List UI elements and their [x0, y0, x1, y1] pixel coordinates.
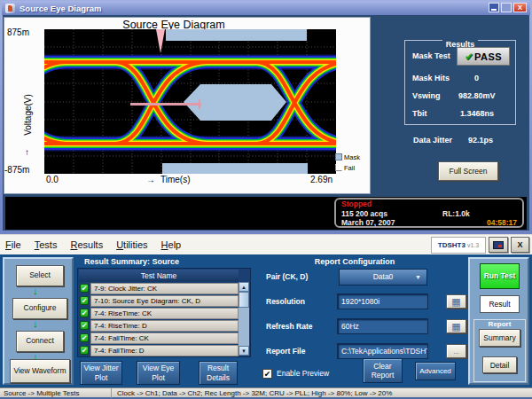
- result-summary-title: Result Summary: Source: [84, 257, 179, 266]
- mask-test-label: Mask Test: [412, 51, 450, 60]
- tbit-value: 1.3468ns: [460, 109, 494, 118]
- table-row[interactable]: ✔ 7-4: RiseTime: CK: [79, 307, 239, 319]
- run-panel: Run Test Result Report Summary Detail: [468, 257, 529, 385]
- y-axis-max-label: 875m: [7, 27, 29, 37]
- table-scrollbar[interactable]: ▲ ▼: [239, 282, 249, 356]
- mask-hits-label: Mask Hits: [412, 74, 450, 82]
- y-axis-arrow-icon: ↑: [25, 147, 29, 157]
- pair-dropdown[interactable]: Data0 ▼: [339, 269, 427, 286]
- menu-file[interactable]: File: [5, 239, 21, 250]
- record-length: RL:1.0k: [442, 209, 470, 218]
- scroll-up-icon[interactable]: ▲: [239, 282, 249, 292]
- flow-arrow-icon: ↓: [33, 285, 38, 295]
- scope-display-strip: Stopped 115 200 acqs RL:1.0k March 07, 2…: [5, 197, 527, 230]
- view-waveform-button[interactable]: View Waveform: [10, 359, 70, 383]
- report-config-title: Report Configuration: [266, 257, 443, 266]
- refresh-keypad-button[interactable]: ▦: [446, 319, 466, 333]
- app-name: TDSHT3: [438, 241, 466, 249]
- clear-report-button[interactable]: Clear Report: [363, 358, 403, 383]
- report-file-field[interactable]: C:\TekApplications\TDSHT: [337, 343, 428, 359]
- result-details-button[interactable]: Result Details: [199, 361, 238, 385]
- table-row[interactable]: ✔ 7-4: FallTime: D: [79, 344, 239, 356]
- full-screen-button[interactable]: Full Screen: [438, 161, 498, 181]
- eye-diagram-window: Source Eye Diagram X Source Eye Diagram …: [0, 0, 532, 234]
- resolution-keypad-button[interactable]: ▦: [446, 294, 466, 309]
- view-eye-plot-button[interactable]: View Eye Plot: [137, 361, 180, 385]
- app-close-button[interactable]: X: [511, 237, 529, 253]
- configure-button[interactable]: Configure: [12, 298, 67, 319]
- vswing-value: 982.80mV: [458, 91, 496, 100]
- vswing-label: Vswing: [412, 91, 441, 100]
- x-axis-arrow-icon: →: [146, 175, 155, 184]
- pass-badge: ✔ PASS: [457, 47, 510, 66]
- scroll-down-icon[interactable]: ▼: [239, 346, 249, 356]
- pass-check-icon: ✔: [80, 284, 89, 293]
- test-name: 7-9: Clock Jitter: CK: [90, 283, 239, 294]
- pass-check-icon: ✔: [465, 51, 473, 63]
- menu-utilities[interactable]: Utilities: [116, 239, 147, 250]
- results-groupbox: Results Mask Test ✔ PASS Mask Hits 0 Vsw…: [404, 40, 516, 125]
- pass-check-icon: ✔: [80, 346, 89, 355]
- test-name: 7-4: RiseTime: D: [90, 320, 239, 332]
- fail-legend-label: Fail: [344, 164, 355, 172]
- eye-window-title: Source Eye Diagram: [20, 4, 101, 13]
- pass-check-icon: ✔: [80, 333, 89, 342]
- flow-arrow-icon: ↓: [33, 317, 38, 328]
- mask-legend-label: Mask: [344, 153, 360, 161]
- menu-tests[interactable]: Tests: [35, 239, 58, 250]
- minimize-icon[interactable]: [489, 3, 499, 12]
- report-group-title: Report: [485, 320, 515, 328]
- switch-to-scope-button[interactable]: [489, 237, 508, 253]
- y-axis-min-label: -875m: [4, 165, 42, 175]
- x-axis-label: Time(s): [160, 175, 191, 184]
- tbit-label: Tbit: [412, 109, 427, 118]
- report-group: Report Summary Detail: [473, 319, 526, 382]
- eye-window-titlebar[interactable]: Source Eye Diagram X: [2, 1, 530, 15]
- refresh-rate-field[interactable]: 60Hz: [337, 318, 428, 334]
- menu-results[interactable]: Results: [70, 239, 103, 250]
- table-row[interactable]: ✔ 7-10: Source Eye Diagram: CK, D: [79, 294, 239, 307]
- x-axis-min-label: 0.0: [46, 175, 59, 184]
- browse-button[interactable]: ...: [446, 344, 466, 358]
- status-source: Source -> Multiple Tests: [0, 389, 111, 397]
- select-button[interactable]: Select: [16, 265, 64, 286]
- x-axis-max-label: 2.69n: [310, 175, 332, 184]
- table-row[interactable]: ✔ 7-4: FallTime: CK: [79, 332, 239, 344]
- eye-window-content: Source Eye Diagram 875m Voltage(V) ↑ -87…: [3, 15, 529, 231]
- fail-legend-swatch: [335, 164, 342, 171]
- pass-check-icon: ✔: [80, 296, 89, 305]
- test-name: 7-4: FallTime: CK: [90, 332, 239, 344]
- connect-button[interactable]: Connect: [16, 331, 64, 352]
- resolution-field[interactable]: 1920*1080i: [337, 293, 428, 309]
- result-button[interactable]: Result: [480, 295, 520, 313]
- status-config: Clock -> Ch1; Data -> Ch2; Rec Length ->…: [117, 389, 392, 397]
- plot-legend: Mask Fail: [335, 152, 371, 173]
- eye-plot-panel: Source Eye Diagram 875m Voltage(V) ↑ -87…: [4, 17, 371, 194]
- table-row[interactable]: ✔ 7-9: Clock Jitter: CK: [79, 282, 239, 294]
- advanced-button[interactable]: Advanced: [415, 362, 456, 380]
- view-jitter-plot-button[interactable]: View Jitter Plot: [80, 361, 122, 385]
- enable-preview-checkbox[interactable]: ✔: [262, 369, 272, 379]
- test-table-header: Test Name: [79, 270, 239, 282]
- mask-legend-swatch: [335, 153, 342, 160]
- status-bar: Source -> Multiple Tests Clock -> Ch1; D…: [0, 387, 532, 399]
- control-panel: Select ↓ Configure ↓ Connect ↓ View Wave…: [0, 254, 532, 387]
- run-test-button[interactable]: Run Test: [480, 263, 520, 289]
- maximize-icon[interactable]: [501, 3, 512, 12]
- app-title-badge: TDSHT3 v1.3: [431, 237, 486, 254]
- scope-date: March 07, 2007: [341, 218, 395, 227]
- detail-button[interactable]: Detail: [482, 356, 517, 373]
- app-version: v1.3: [467, 242, 479, 248]
- close-icon[interactable]: X: [513, 3, 527, 12]
- scrollbar-thumb[interactable]: [239, 292, 249, 308]
- menu-help[interactable]: Help: [161, 239, 182, 250]
- table-row[interactable]: ✔ 7-4: RiseTime: D: [79, 319, 239, 332]
- y-axis-label: Voltage(V): [23, 75, 33, 155]
- status-separator: [111, 388, 112, 398]
- pass-check-icon: ✔: [80, 309, 89, 317]
- data-jitter-label: Data Jitter: [413, 136, 452, 145]
- summary-button[interactable]: Summary: [479, 329, 520, 347]
- test-name: 7-4: FallTime: D: [90, 345, 239, 356]
- enable-preview-label: Enable Preview: [277, 369, 329, 378]
- pair-value: Data0: [373, 272, 394, 281]
